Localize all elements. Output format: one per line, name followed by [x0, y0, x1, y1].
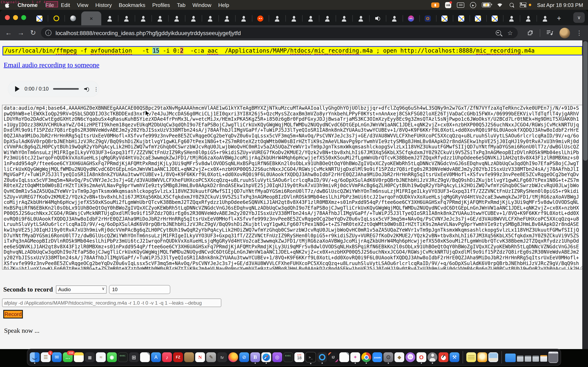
seconds-input[interactable] — [109, 285, 171, 294]
tab-3[interactable] — [65, 11, 81, 25]
dock-item-minimized-window-1[interactable] — [517, 353, 523, 361]
minimize-window-button[interactable] — [13, 15, 18, 20]
tab-9[interactable] — [168, 11, 185, 25]
dock-item-terminal[interactable]: >_ — [305, 352, 316, 363]
dock-item-minimized-window-2[interactable] — [525, 353, 531, 361]
dock-item-speedometer-app[interactable] — [439, 352, 448, 362]
tab-25[interactable] — [436, 11, 453, 25]
extensions-icon[interactable] — [527, 30, 534, 36]
dock-item-downloads-folder[interactable] — [505, 352, 516, 362]
tab-18[interactable] — [319, 11, 336, 25]
dock-item-screenshot-preview[interactable] — [488, 352, 498, 362]
play-circle-icon[interactable]: ▶ — [470, 2, 476, 8]
dock-item-script-editor[interactable]: exec — [118, 352, 128, 362]
play-button[interactable] — [15, 86, 20, 92]
menu-history[interactable]: History — [95, 2, 112, 8]
tab-6[interactable] — [118, 11, 135, 25]
tab-17[interactable] — [302, 11, 319, 25]
dock-item-hammer-app[interactable]: ⚒ — [450, 352, 459, 362]
dock-item-minimized-window-3[interactable] — [532, 353, 539, 361]
dock-item-launchpad[interactable]: ▦ — [85, 352, 95, 362]
tab-search-button[interactable]: ∨ — [573, 12, 585, 23]
tab-23[interactable]: AFL — [403, 11, 419, 25]
dock-item-trash[interactable] — [548, 351, 558, 363]
tab-12[interactable] — [218, 11, 235, 25]
dock-item-messages[interactable]: …208 — [63, 352, 73, 362]
dock-item-freeform[interactable]: ≈ — [96, 352, 106, 362]
control-center-icon[interactable] — [520, 2, 531, 7]
spotlight-search-icon[interactable] — [509, 2, 514, 8]
dock-item-zoom[interactable]: zoom — [372, 352, 382, 362]
dock-item-calendar[interactable]: 18 — [294, 352, 304, 362]
menu-help[interactable]: Help — [218, 2, 229, 8]
close-window-button[interactable] — [5, 15, 10, 20]
tab-11[interactable] — [202, 11, 218, 25]
tab-1[interactable] — [31, 11, 48, 25]
tab-21[interactable] — [369, 11, 386, 25]
record-type-select[interactable]: Audio — [56, 285, 107, 294]
dock-item-intellij-idea[interactable]: IJ — [328, 352, 338, 362]
email-recording-link[interactable]: Email audio recording to someone — [4, 61, 99, 69]
dock-item-calculator[interactable]: ⊞ — [129, 352, 139, 362]
tab-31[interactable] — [536, 11, 553, 25]
dock-item-filezilla[interactable]: FZ — [173, 352, 183, 362]
battery-charging-icon[interactable]: ⚡ — [482, 2, 491, 7]
page-scrollbar[interactable] — [582, 40, 588, 349]
menu-tab[interactable]: Tab — [177, 2, 186, 8]
dock-item-selfcontrol[interactable]: ⊘ — [239, 352, 249, 362]
reload-button[interactable]: ↻ — [27, 29, 39, 37]
menu-window[interactable]: Window — [192, 2, 212, 8]
dock-item-facetime[interactable]: ◉ — [107, 352, 117, 362]
dock-item-music[interactable]: ♪ — [162, 352, 172, 362]
dock-item-stickies[interactable] — [466, 352, 476, 362]
tab-7[interactable] — [135, 11, 151, 25]
tab-29[interactable] — [503, 11, 520, 25]
tab-24[interactable]: O — [419, 11, 436, 25]
dock-item-idea-bulb-app[interactable] — [477, 352, 487, 362]
profile-avatar[interactable] — [559, 27, 570, 38]
dock-item-system-settings[interactable]: ⚙ — [383, 352, 393, 362]
tab-2[interactable] — [48, 11, 65, 25]
dock-item-inkscape[interactable]: ◆ — [394, 352, 404, 362]
tab-10[interactable] — [185, 11, 202, 25]
dock-item-minimized-chrome-window[interactable] — [540, 353, 547, 361]
tab-active[interactable]: × — [81, 11, 101, 25]
dock-item-photos-brown-app[interactable] — [184, 352, 194, 362]
mk-app-icon[interactable]: mk — [445, 2, 451, 8]
tab-19[interactable] — [336, 11, 352, 25]
dock-item-chrome[interactable] — [361, 352, 371, 362]
site-info-icon[interactable]: i — [45, 30, 52, 36]
audio-player[interactable]: 0:00 / 0:10 ⋮ — [8, 81, 99, 97]
ffmpeg-command-input[interactable]: /usr/local/bin/ffmpeg -f avfoundation -t… — [2, 46, 583, 55]
tab-30[interactable] — [520, 11, 536, 25]
new-tab-button[interactable]: + — [554, 13, 564, 24]
wifi-icon[interactable] — [497, 2, 503, 7]
dock-item-bbedit[interactable]: B — [250, 352, 260, 362]
menu-edit[interactable]: Edit — [61, 2, 70, 8]
dock-item-cat-app[interactable]: • • — [406, 352, 415, 362]
dock-item-podcasts[interactable]: ◎ — [272, 352, 282, 362]
address-bar[interactable]: i localhost:8888/recording_ideas.php?hgf… — [41, 27, 518, 38]
zoom-out-icon[interactable] — [495, 30, 501, 35]
menu-bar-clock[interactable]: Sat Apr 18 9:03 PM — [537, 2, 583, 8]
zoom-window-button[interactable] — [21, 15, 26, 20]
menu-profiles[interactable]: Profiles — [152, 2, 170, 8]
tab-13[interactable] — [235, 11, 252, 25]
tab-20[interactable] — [352, 11, 369, 25]
menu-bookmarks[interactable]: Bookmarks — [119, 2, 145, 8]
dock-item-opera[interactable]: O — [416, 352, 426, 362]
dock-item-notes[interactable] — [74, 352, 84, 362]
page-scrollbar-thumb[interactable] — [583, 41, 587, 161]
menu-view[interactable]: View — [77, 2, 88, 8]
dock-item-exec-terminal[interactable]: exec — [283, 352, 293, 362]
dock-item-libreoffice[interactable] — [339, 352, 349, 362]
screen-recording-mic-indicator[interactable] — [432, 2, 440, 8]
dock-item-textedit[interactable] — [140, 352, 150, 362]
tab-26[interactable] — [453, 11, 470, 25]
base64-textarea[interactable] — [2, 105, 584, 269]
dock-item-apple-news[interactable]: N — [195, 352, 205, 362]
tab-22[interactable] — [386, 11, 403, 25]
dock-item-apple-tv[interactable]: tv — [217, 352, 227, 362]
dock-item-pinta[interactable]: ✦ — [350, 352, 360, 362]
tab-5[interactable] — [101, 11, 118, 25]
